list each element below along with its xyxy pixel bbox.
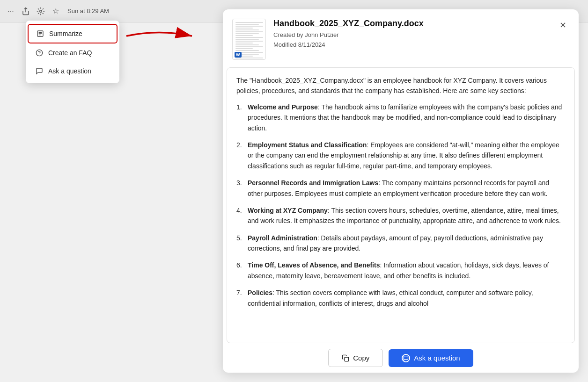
list-item: 2. Employment Status and Classification:… xyxy=(236,140,565,171)
star-icon[interactable]: ☆ xyxy=(51,6,61,16)
svg-rect-4 xyxy=(345,357,349,361)
doc-modified: Modified 8/11/2024 xyxy=(273,40,549,50)
svg-point-0 xyxy=(40,10,42,12)
faq-label: Create an FAQ xyxy=(48,49,92,57)
list-item: 7. Policies: This section covers complia… xyxy=(236,288,565,309)
copy-icon xyxy=(342,354,349,362)
summary-content[interactable]: The "Handbook_2025_XYZ_Company.docx" is … xyxy=(227,67,575,343)
section-text: : This section covers compliance with la… xyxy=(248,289,533,307)
summarize-label: Summarize xyxy=(49,30,82,37)
section-title: Employment Status and Classification xyxy=(248,141,367,149)
section-title: Payroll Administration xyxy=(248,234,317,242)
summary-list: 1. Welcome and Purpose: The handbook aim… xyxy=(236,102,565,309)
section-title: Welcome and Purpose xyxy=(248,103,318,111)
panel-footer: Copy Ask a question xyxy=(223,343,579,373)
word-badge: W xyxy=(235,52,242,58)
doc-created-by: Created by John Putzier xyxy=(273,30,549,40)
ask-question-button[interactable]: Ask a question xyxy=(389,349,473,367)
faq-icon xyxy=(35,49,44,57)
doc-thumbnail: W xyxy=(232,19,266,60)
timestamp: Sun at 8:29 AM xyxy=(67,7,109,14)
list-item: 4. Working at XYZ Company: This section … xyxy=(236,205,565,226)
panel-header: W Handbook_2025_XYZ_Company.docx Created… xyxy=(223,9,579,67)
copilot-icon[interactable] xyxy=(36,6,46,16)
list-item: 1. Welcome and Purpose: The handbook aim… xyxy=(236,102,565,133)
ask-question-icon xyxy=(402,354,410,362)
intro-text: The "Handbook_2025_XYZ_Company.docx" is … xyxy=(236,75,565,96)
arrow-annotation xyxy=(122,24,197,50)
main-panel: W Handbook_2025_XYZ_Company.docx Created… xyxy=(223,9,579,373)
copy-label: Copy xyxy=(353,354,369,362)
dropdown-item-ask[interactable]: Ask a question xyxy=(28,62,118,80)
share-icon[interactable] xyxy=(21,6,31,16)
dropdown-item-faq[interactable]: Create an FAQ xyxy=(28,44,118,62)
ask-label: Ask a question xyxy=(48,67,91,75)
close-button[interactable]: ✕ xyxy=(556,19,569,32)
dropdown-item-summarize[interactable]: Summarize xyxy=(28,24,118,43)
list-item: 6. Time Off, Leaves of Absence, and Bene… xyxy=(236,260,565,281)
list-item: 3. Personnel Records and Immigration Law… xyxy=(236,178,565,199)
doc-title: Handbook_2025_XYZ_Company.docx xyxy=(273,19,549,29)
more-icon[interactable]: ··· xyxy=(6,6,16,16)
section-title: Working at XYZ Company xyxy=(248,207,328,214)
summarize-icon xyxy=(36,29,44,38)
doc-info: Handbook_2025_XYZ_Company.docx Created b… xyxy=(273,19,549,50)
dropdown-menu: Summarize Create an FAQ Ask a question xyxy=(26,21,119,83)
ask-question-label: Ask a question xyxy=(414,354,460,362)
section-title: Time Off, Leaves of Absence, and Benefit… xyxy=(248,261,380,269)
copy-button[interactable]: Copy xyxy=(328,349,383,367)
ask-icon xyxy=(35,67,44,75)
section-title: Policies xyxy=(248,289,272,296)
section-title: Personnel Records and Immigration Laws xyxy=(248,179,378,187)
list-item: 5. Payroll Administration: Details about… xyxy=(236,233,565,254)
